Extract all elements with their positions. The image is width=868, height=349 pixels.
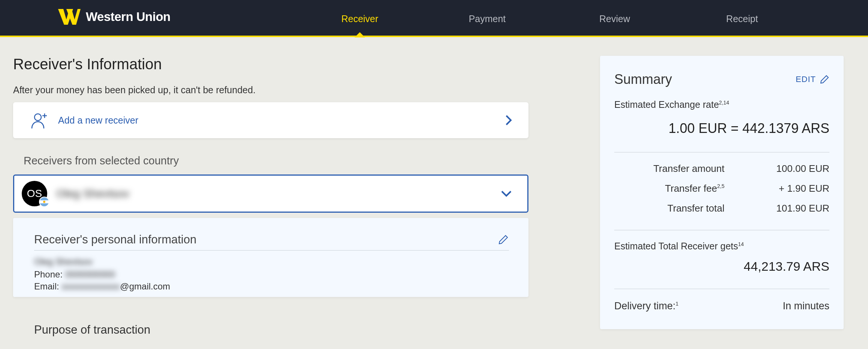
transfer-total-row: Transfer total 101.90 EUR (614, 203, 829, 214)
edit-personal-info-button[interactable] (498, 234, 509, 245)
active-step-underline (296, 36, 404, 37)
page-title: Receiver's Information (13, 56, 528, 73)
step-receiver[interactable]: Receiver (296, 13, 424, 37)
chevron-right-icon (505, 115, 512, 126)
brand-logo[interactable]: Western Union (58, 9, 171, 25)
email-label: Email: (34, 281, 59, 291)
phone-value: 0000000000 (65, 269, 115, 279)
progress-bar (12, 36, 211, 37)
email-line: Email: xxxxxxxxxxxxx@gmail.com (34, 281, 509, 292)
step-payment[interactable]: Payment (424, 13, 551, 37)
email-masked: xxxxxxxxxxxxx (61, 281, 120, 291)
exchange-rate-label: Estimated Exchange rate2,14 (614, 99, 829, 110)
transfer-amount-label: Transfer amount (614, 163, 754, 174)
receivers-section-label: Receivers from selected country (24, 155, 528, 167)
right-column: Summary EDIT Estimated Exchange rate2,14… (600, 56, 844, 337)
left-column: Receiver's Information After your money … (13, 56, 528, 337)
app-header: Western Union Receiver Payment Review Re… (0, 0, 868, 37)
personal-info-panel: Receiver's personal information Oleg She… (13, 218, 528, 297)
delivery-time-label: Delivery time:1 (614, 300, 678, 312)
delivery-time-row: Delivery time:1 In minutes (614, 289, 829, 312)
summary-rows: Transfer amount 100.00 EUR Transfer fee2… (614, 152, 829, 230)
step-nav: Receiver Payment Review Receipt (296, 13, 806, 37)
brand-name: Western Union (86, 10, 171, 24)
personal-info-heading: Receiver's personal information (34, 233, 196, 246)
transfer-fee-label: Transfer fee2,5 (614, 183, 754, 194)
summary-title: Summary (614, 72, 672, 87)
transfer-amount-row: Transfer amount 100.00 EUR (614, 163, 829, 174)
exchange-rate-value: 1.00 EUR = 442.1379 ARS (614, 121, 829, 136)
avatar-initials: OS (27, 188, 42, 200)
receiver-full-name: Oleg Shevtsov (34, 257, 509, 267)
transfer-fee-value: + 1.90 EUR (754, 183, 829, 194)
transfer-amount-value: 100.00 EUR (754, 163, 829, 174)
edit-label: EDIT (796, 75, 816, 84)
email-suffix: @gmail.com (120, 281, 170, 291)
receiver-avatar: OS (22, 181, 47, 206)
selected-receiver-name: Oleg Shevtsov (56, 187, 129, 200)
chevron-down-icon (500, 190, 512, 197)
argentina-flag-icon (39, 197, 49, 207)
transfer-total-value: 101.90 EUR (754, 203, 829, 214)
western-union-icon (58, 9, 81, 25)
phone-label: Phone: (34, 269, 63, 279)
receiver-gets-value: 44,213.79 ARS (614, 259, 829, 274)
edit-summary-button[interactable]: EDIT (796, 75, 829, 84)
receiver-gets-label: Estimated Total Receiver gets14 (614, 241, 829, 252)
divider (614, 230, 829, 230)
page-subtitle: After your money has been picked up, it … (13, 85, 528, 95)
step-review[interactable]: Review (551, 13, 678, 37)
pencil-icon (820, 75, 829, 84)
summary-panel: Summary EDIT Estimated Exchange rate2,14… (600, 56, 844, 329)
phone-line: Phone: 0000000000 (34, 269, 509, 280)
delivery-time-value: In minutes (783, 300, 829, 312)
main-content: Receiver's Information After your money … (0, 37, 868, 337)
add-receiver-label: Add a new receiver (58, 115, 138, 126)
receiver-dropdown[interactable]: OS Oleg Shevtsov (13, 174, 528, 213)
add-new-receiver-button[interactable]: Add a new receiver (13, 102, 528, 138)
svg-point-0 (34, 114, 41, 121)
transfer-total-label: Transfer total (614, 203, 754, 214)
transfer-fee-row: Transfer fee2,5 + 1.90 EUR (614, 183, 829, 194)
add-person-icon (30, 111, 48, 129)
step-receipt[interactable]: Receipt (678, 13, 806, 37)
purpose-heading: Purpose of transaction (34, 323, 528, 337)
